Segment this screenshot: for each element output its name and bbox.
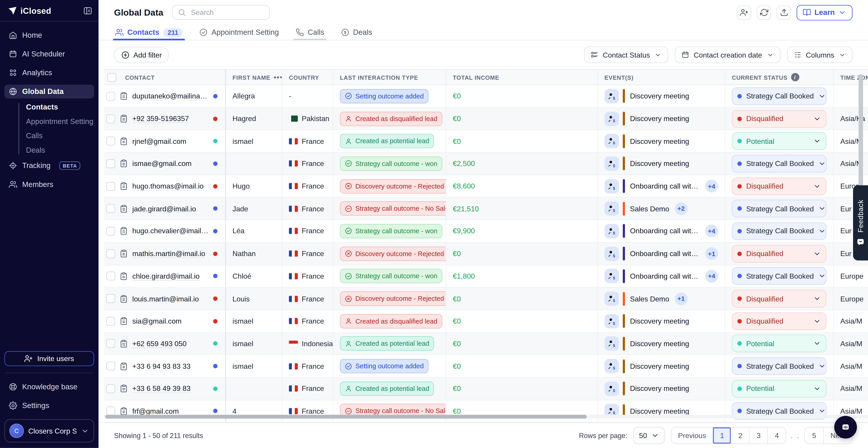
row-checkbox[interactable] <box>106 339 115 348</box>
status-select[interactable]: Strategy Call Booked <box>732 357 827 375</box>
status-select[interactable]: Strategy Call Booked <box>732 155 827 172</box>
column-header-country[interactable]: COUNTRY <box>282 70 333 85</box>
filter-dropdown-contact-creation-date[interactable]: Contact creation date <box>675 46 780 63</box>
clipboard-icon[interactable] <box>120 295 128 303</box>
table-row[interactable]: mathis.martin@imail.ioNathanFranceDiscov… <box>104 243 868 265</box>
invite-users-button[interactable]: Invite users <box>4 351 94 366</box>
contact-link[interactable]: duputaneko@mailinator.com <box>132 92 209 100</box>
row-checkbox[interactable] <box>106 272 115 280</box>
events-more-badge[interactable]: +4 <box>705 270 718 282</box>
sidebar-subitem-calls[interactable]: Calls <box>26 131 94 141</box>
contact-link[interactable]: +92 359-5196357 <box>132 114 189 123</box>
event-label[interactable]: Discovery meeting <box>630 339 689 348</box>
info-icon[interactable]: i <box>791 73 799 81</box>
page-button-3[interactable]: 3 <box>749 427 768 444</box>
sidebar-item-home[interactable]: Home <box>4 28 94 42</box>
row-checkbox[interactable] <box>106 407 115 415</box>
status-select[interactable]: Disqualified <box>732 290 827 307</box>
event-label[interactable]: Onboarding call with our t... <box>630 272 700 280</box>
clipboard-icon[interactable] <box>120 92 128 100</box>
contact-link[interactable]: louis.martin@imail.io <box>132 295 199 303</box>
events-more-badge[interactable]: +4 <box>705 180 718 193</box>
clipboard-icon[interactable] <box>120 317 128 325</box>
workspace-switcher[interactable]: C Closers Corp S... <box>4 419 94 442</box>
sidebar-subitem-deals[interactable]: Deals <box>26 145 94 156</box>
table-row[interactable]: louis.martin@imail.ioLouisFranceDiscover… <box>104 288 868 310</box>
contact-link[interactable]: sia@gmail.com <box>132 317 182 325</box>
status-select[interactable]: Potential <box>732 132 827 150</box>
row-checkbox[interactable] <box>106 114 115 123</box>
row-checkbox[interactable] <box>106 249 115 258</box>
event-label[interactable]: Discovery meeting <box>630 384 689 393</box>
contact-link[interactable]: +33 6 94 93 83 33 <box>132 362 191 370</box>
row-checkbox[interactable] <box>106 204 115 213</box>
search-box[interactable] <box>172 5 270 20</box>
horizontal-scrollbar[interactable] <box>105 415 587 419</box>
clipboard-icon[interactable] <box>120 272 128 280</box>
sidebar-item-settings[interactable]: Settings <box>4 399 94 413</box>
status-select[interactable]: Disqualified <box>732 245 827 263</box>
event-label[interactable]: Onboarding call with our t... <box>630 227 700 235</box>
events-more-badge[interactable]: +1 <box>705 247 718 260</box>
table-row[interactable]: duputaneko@mailinator.comAllegra-Setting… <box>104 85 868 108</box>
contact-link[interactable]: jade.girard@imail.io <box>132 205 196 213</box>
add-user-button[interactable] <box>737 5 751 20</box>
table-row[interactable]: +62 659 493 050ismaelIndonesiaCreated as… <box>104 333 868 355</box>
sidebar-item-members[interactable]: Members <box>4 177 94 191</box>
column-header-last-interaction-type[interactable]: LAST INTERACTION TYPE <box>333 70 446 85</box>
refresh-button[interactable] <box>757 5 771 20</box>
tab-appointment-setting[interactable]: Appointment Setting <box>198 25 280 40</box>
table-row[interactable]: +33 6 94 93 83 33ismaelFranceSetting out… <box>104 355 868 378</box>
status-select[interactable]: Strategy Call Booked <box>732 88 827 105</box>
sidebar-subitem-appointment-setting[interactable]: Appointment Setting <box>26 116 94 127</box>
sidebar-item-ai-scheduler[interactable]: AI Scheduler <box>4 47 94 61</box>
vertical-scrollbar[interactable] <box>859 74 863 191</box>
select-all-checkbox[interactable] <box>107 73 116 81</box>
event-label[interactable]: Sales Demo <box>630 295 669 303</box>
clipboard-icon[interactable] <box>120 137 128 145</box>
clipboard-icon[interactable] <box>120 362 128 370</box>
column-header-current-status[interactable]: CURRENT STATUSi <box>725 70 834 85</box>
tab-contacts[interactable]: Contacts211 <box>114 25 184 40</box>
learn-button[interactable]: Learn <box>797 5 852 20</box>
page-button-2[interactable]: 2 <box>731 427 749 444</box>
table-row[interactable]: +33 6 58 49 39 83FranceCreated as potent… <box>104 378 868 400</box>
column-header-total-income[interactable]: TOTAL INCOME <box>446 70 598 85</box>
export-button[interactable] <box>777 5 791 20</box>
row-checkbox[interactable] <box>106 362 115 371</box>
filter-dropdown-contact-status[interactable]: Contact Status <box>584 46 668 63</box>
contact-link[interactable]: +33 6 58 49 39 83 <box>132 384 191 393</box>
table-row[interactable]: ismae@gmail.comFranceStrategy call outco… <box>104 153 868 175</box>
tab-deals[interactable]: $Deals <box>340 25 373 40</box>
previous-page-button[interactable]: Previous <box>671 427 713 444</box>
feedback-tab[interactable]: Feedback <box>853 185 868 261</box>
contact-link[interactable]: hugo.chevalier@imail.io <box>132 227 209 235</box>
contact-link[interactable]: ismae@gmail.com <box>132 160 191 168</box>
table-row[interactable]: jade.girard@imail.ioJadeFranceStrategy c… <box>104 198 868 220</box>
sidebar-item-knowledge-base[interactable]: Knowledge base <box>4 380 94 393</box>
clipboard-icon[interactable] <box>120 182 128 191</box>
clipboard-icon[interactable] <box>120 384 128 393</box>
sidebar-subitem-contacts[interactable]: Contacts <box>26 102 94 112</box>
table-row[interactable]: frf@gmail.com4FranceStrategy call outcom… <box>104 400 868 422</box>
clipboard-icon[interactable] <box>120 227 128 235</box>
rows-per-page-select[interactable]: 50 <box>633 427 665 444</box>
event-label[interactable]: Onboarding call with our t... <box>630 249 700 258</box>
events-more-badge[interactable]: +4 <box>705 225 718 237</box>
event-label[interactable]: Discovery meeting <box>630 92 689 100</box>
event-label[interactable]: Discovery meeting <box>630 407 689 415</box>
page-button-1[interactable]: 1 <box>713 427 731 444</box>
row-checkbox[interactable] <box>106 182 115 191</box>
event-label[interactable]: Discovery meeting <box>630 114 689 123</box>
table-row[interactable]: hugo.chevalier@imail.ioLéaFranceStrategy… <box>104 220 868 243</box>
event-label[interactable]: Discovery meeting <box>630 362 689 370</box>
status-select[interactable]: Potential <box>732 380 827 398</box>
chat-launcher[interactable] <box>834 416 857 439</box>
table-row[interactable]: sia@gmail.comismaelFranceCreated as disq… <box>104 310 868 333</box>
sidebar-item-global-data[interactable]: Global Data <box>4 85 94 98</box>
table-row[interactable]: chloe.girard@imail.ioChloéFranceStrategy… <box>104 265 868 288</box>
events-more-badge[interactable]: +1 <box>675 292 687 305</box>
clipboard-icon[interactable] <box>120 249 128 258</box>
event-label[interactable]: Discovery meeting <box>630 160 689 168</box>
search-input[interactable] <box>190 8 264 17</box>
